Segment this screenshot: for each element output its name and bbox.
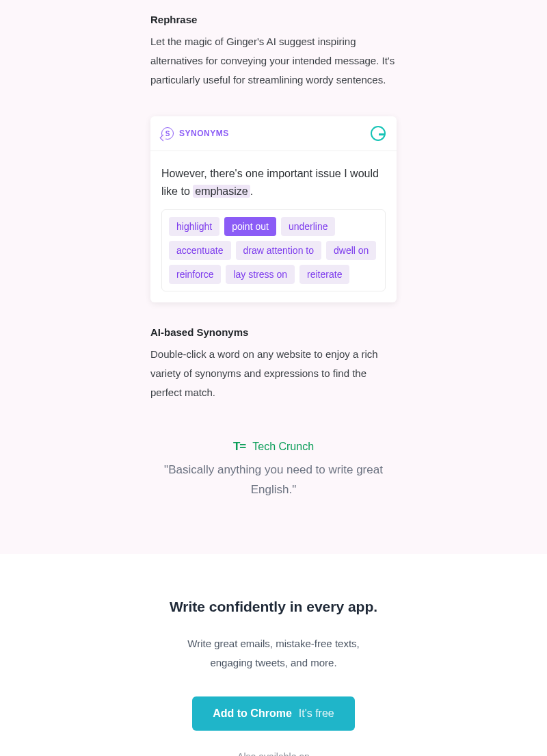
synonym-chip[interactable]: dwell on bbox=[326, 241, 376, 260]
ai-synonyms-title: AI-based Synonyms bbox=[150, 326, 397, 338]
testimonial: T= Tech Crunch "Basically anything you n… bbox=[150, 440, 397, 500]
synonyms-card: S SYNONYMS However, there's one importan… bbox=[150, 116, 397, 302]
synonyms-badge-icon: S bbox=[161, 127, 174, 140]
synonyms-label: SYNONYMS bbox=[179, 129, 229, 138]
synonym-chip[interactable]: reinforce bbox=[169, 265, 221, 284]
synonym-chip[interactable]: accentuate bbox=[169, 241, 231, 260]
cta-title: Write confidently in every app. bbox=[0, 599, 547, 615]
synonym-chip[interactable]: point out bbox=[224, 217, 276, 236]
techcrunch-logo-icon: T= bbox=[233, 440, 245, 454]
rephrase-description: Let the magic of Ginger's AI suggest ins… bbox=[150, 32, 397, 89]
rephrase-title: Rephrase bbox=[150, 14, 397, 25]
synonym-chip[interactable]: lay stress on bbox=[226, 265, 295, 284]
synonym-chip[interactable]: highlight bbox=[169, 217, 219, 236]
synonym-chip[interactable]: underline bbox=[281, 217, 336, 236]
synonym-suggestions: highlight point out underline accentuate… bbox=[161, 209, 386, 291]
highlighted-word[interactable]: emphasize bbox=[193, 185, 250, 198]
synonym-chip[interactable]: reiterate bbox=[299, 265, 349, 284]
also-available-label: Also available on bbox=[0, 751, 547, 756]
testimonial-source: Tech Crunch bbox=[252, 441, 314, 453]
ginger-logo-icon bbox=[371, 126, 386, 141]
ai-synonyms-description: Double-click a word on any website to en… bbox=[150, 345, 397, 402]
add-to-chrome-button[interactable]: Add to Chrome It's free bbox=[192, 696, 355, 731]
synonym-chip[interactable]: draw attention to bbox=[236, 241, 322, 260]
testimonial-text: "Basically anything you need to write gr… bbox=[157, 460, 390, 500]
cta-description: Write great emails, mistake-free texts, … bbox=[171, 634, 376, 673]
sample-sentence: However, there's one important issue I w… bbox=[161, 165, 386, 200]
